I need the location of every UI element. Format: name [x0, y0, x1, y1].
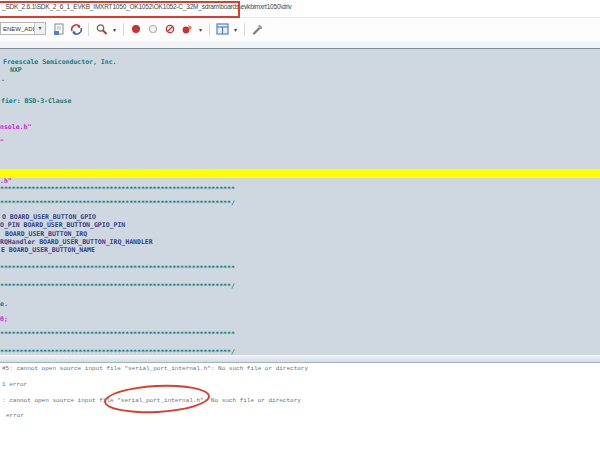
breakpoint-empty-icon[interactable]: [146, 22, 160, 36]
toolbar-separator: [209, 23, 210, 36]
breakpoint-disable-icon[interactable]: [163, 22, 177, 36]
chevron-down-icon[interactable]: ▾: [34, 23, 45, 34]
code-line: fier: BSD-3-Clause: [1, 97, 71, 105]
build-output-pane[interactable]: #5: cannot open source input file "seria…: [0, 363, 600, 450]
toolbar: ENEW_ADD ▾: [0, 18, 600, 42]
code-line: ****************************************…: [0, 199, 235, 207]
wrench-icon[interactable]: [250, 22, 264, 36]
code-line: RQHandler BOARD_USER_BUTTON_IRQ_HANDLER: [0, 238, 153, 246]
breakpoint-icon[interactable]: [129, 22, 143, 36]
breakpoint-clear-all-icon[interactable]: [180, 22, 194, 36]
search-icon[interactable]: [94, 22, 108, 36]
code-line: ****************************************…: [0, 185, 235, 193]
code-line: O BOARD_USER_BUTTON_GPIO: [2, 213, 96, 221]
highlighted-line: [0, 169, 600, 178]
ide-window: _SDK_2.6.1\SDK_2_6_1_EVKB_IMXRT1050_OK10…: [0, 0, 600, 450]
chevron-down-icon[interactable]: ▾: [232, 26, 239, 33]
configuration-combobox[interactable]: ENEW_ADD ▾: [0, 22, 46, 35]
toolbar-buttons: ▾: [52, 22, 264, 36]
toolbar-separator: [244, 23, 245, 36]
code-line: 0;: [0, 315, 8, 323]
window-layout-icon[interactable]: [215, 22, 229, 36]
new-document-icon[interactable]: [52, 22, 66, 36]
pane-splitter[interactable]: [0, 355, 600, 363]
code-line: ****************************************…: [0, 282, 235, 290]
code-line: O_PIN BOARD_USER_BUTTON_GPIO_PIN: [0, 221, 125, 229]
toolbar-gap-band: [0, 41, 600, 48]
code-line: Freescale Semiconductor, Inc.: [3, 58, 117, 66]
configuration-combobox-value: ENEW_ADD: [3, 26, 37, 32]
toolbar-separator: [88, 23, 89, 36]
out-line: 1 error: [2, 381, 27, 388]
code-line: ****************************************…: [0, 264, 235, 272]
chevron-down-icon[interactable]: ▾: [111, 26, 118, 33]
sync-arrows-icon[interactable]: [69, 22, 83, 36]
code-editor[interactable]: Freescale Semiconductor, Inc.NXP.fier: B…: [0, 48, 600, 356]
code-line: NXP: [10, 66, 22, 74]
code-line: .h": [0, 177, 12, 185]
chevron-down-icon[interactable]: ▾: [197, 26, 204, 33]
code-line: ****************************************…: [0, 330, 235, 338]
toolbar-separator: [123, 23, 124, 36]
code-line: BOARD_USER_BUTTON_IRQ: [5, 230, 87, 238]
out-line: error: [6, 412, 24, 419]
file-path-text: _SDK_2.6.1\SDK_2_6_1_EVKB_IMXRT1050_OK10…: [2, 3, 292, 10]
code-line: nsole.h": [0, 123, 31, 131]
out-line: : cannot open source input file "serial_…: [2, 397, 301, 404]
code-line: e.: [0, 300, 8, 308]
file-path-bar: _SDK_2.6.1\SDK_2_6_1_EVKB_IMXRT1050_OK10…: [0, 0, 600, 18]
code-line: E BOARD_USER_BUTTON_NAME: [1, 246, 95, 254]
out-line: #5: cannot open source input file "seria…: [2, 365, 308, 372]
code-line: ": [0, 138, 4, 146]
code-line: .: [1, 75, 5, 83]
